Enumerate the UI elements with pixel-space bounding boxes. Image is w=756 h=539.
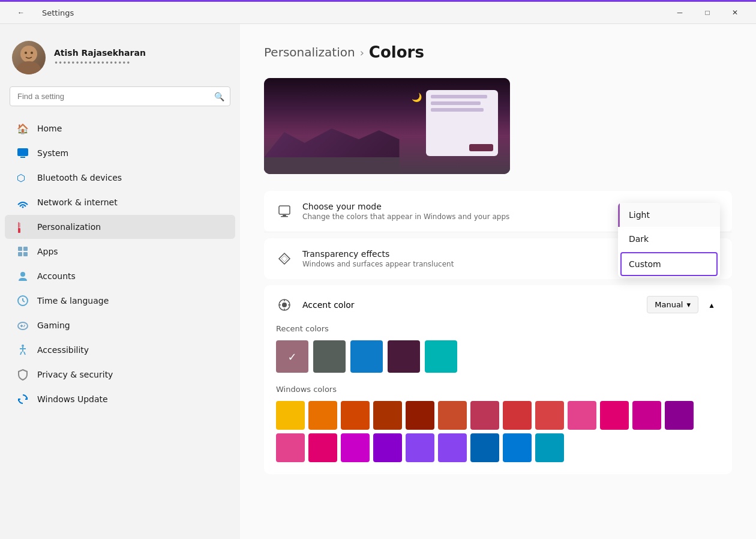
svg-line-27: [20, 352, 22, 355]
win-color-r6[interactable]: [470, 433, 499, 462]
recent-color-0[interactable]: [276, 340, 308, 373]
accounts-icon: [17, 270, 29, 282]
sidebar-item-bluetooth[interactable]: ⬡ Bluetooth & devices: [5, 166, 235, 190]
breadcrumb-current: Colors: [369, 43, 424, 61]
win-color-r0[interactable]: [276, 433, 305, 462]
time-icon: [17, 295, 29, 307]
sidebar-label-accessibility: Accessibility: [37, 345, 89, 355]
win-color-5[interactable]: [438, 401, 467, 430]
search-input[interactable]: [10, 86, 230, 106]
preview-line-3: [431, 108, 484, 112]
win-color-11[interactable]: [632, 401, 661, 430]
win-color-r8[interactable]: [535, 433, 564, 462]
sidebar-item-home[interactable]: 🏠 Home: [5, 116, 235, 140]
dropdown-item-dark[interactable]: Dark: [618, 227, 720, 251]
recent-color-1[interactable]: [313, 340, 346, 373]
sidebar-label-time: Time & language: [37, 296, 109, 306]
svg-text:⬡: ⬡: [17, 172, 25, 184]
system-icon: [17, 147, 29, 159]
dark-option-label: Dark: [629, 234, 649, 244]
svg-rect-14: [23, 252, 28, 256]
accent-card: Accent color Manual ▾ ▴ Recent colors: [264, 285, 732, 474]
win-color-r4[interactable]: [406, 433, 434, 462]
win-color-r3[interactable]: [373, 433, 402, 462]
preview-mountains: [264, 121, 400, 157]
chevron-up-icon: ▴: [709, 300, 713, 310]
win-color-4[interactable]: [406, 401, 434, 430]
win-color-9[interactable]: [568, 401, 596, 430]
sidebar-item-time[interactable]: Time & language: [5, 289, 235, 313]
accent-collapse-button[interactable]: ▴: [703, 297, 720, 313]
dropdown-item-custom[interactable]: Custom: [620, 252, 718, 276]
maximize-button[interactable]: □: [694, 1, 721, 25]
win-color-1[interactable]: [308, 401, 337, 430]
minimize-button[interactable]: ─: [666, 1, 694, 25]
recent-color-3[interactable]: [388, 340, 420, 373]
light-option-label: Light: [629, 210, 650, 220]
preview-window: [426, 90, 498, 156]
svg-rect-31: [281, 216, 288, 217]
close-button[interactable]: ✕: [721, 1, 749, 25]
win-color-6[interactable]: [470, 401, 499, 430]
mode-dropdown-menu: Light Dark Custom: [618, 203, 720, 277]
svg-line-18: [23, 301, 25, 302]
sidebar-item-gaming[interactable]: Gaming: [5, 313, 235, 337]
sidebar-label-bluetooth: Bluetooth & devices: [37, 173, 122, 182]
user-info: Atish Rajasekharan ••••••••••••••••••: [54, 48, 146, 67]
accent-icon: [276, 297, 293, 313]
win-color-7[interactable]: [503, 401, 532, 430]
svg-point-2: [25, 52, 27, 54]
svg-point-7: [22, 206, 24, 208]
theme-preview: 🌙: [264, 78, 510, 174]
main-content: Personalization › Colors 🌙: [240, 24, 756, 539]
search-box[interactable]: 🔍: [10, 86, 230, 106]
sidebar-item-accounts[interactable]: Accounts: [5, 264, 235, 288]
sidebar-item-network[interactable]: Network & internet: [5, 190, 235, 214]
sidebar-label-gaming: Gaming: [37, 321, 70, 330]
sidebar-label-apps: Apps: [37, 247, 58, 256]
win-color-r7[interactable]: [503, 433, 532, 462]
win-color-0[interactable]: [276, 401, 305, 430]
breadcrumb-parent: Personalization: [264, 45, 355, 59]
win-color-3[interactable]: [373, 401, 402, 430]
preview-ground: [264, 157, 400, 174]
svg-line-28: [24, 352, 25, 355]
accent-body: Recent colors Windows colors: [264, 324, 732, 474]
recent-colors-label: Recent colors: [276, 324, 720, 333]
recent-color-4[interactable]: [425, 340, 457, 373]
sidebar-item-update[interactable]: Windows Update: [5, 387, 235, 411]
accent-mode-dropdown[interactable]: Manual ▾: [647, 296, 698, 313]
preview-button: [469, 144, 493, 151]
win-color-2[interactable]: [341, 401, 370, 430]
app-title: Settings: [42, 8, 74, 17]
win-color-8[interactable]: [535, 401, 564, 430]
accent-header: Accent color Manual ▾ ▴: [264, 285, 732, 324]
sidebar-item-accessibility[interactable]: Accessibility: [5, 338, 235, 362]
win-color-r5[interactable]: [438, 433, 467, 462]
bluetooth-icon: ⬡: [17, 172, 29, 184]
accent-controls: Manual ▾ ▴: [647, 296, 720, 313]
back-button[interactable]: ←: [7, 1, 35, 25]
personalization-icon: [17, 221, 29, 233]
recent-color-2[interactable]: [350, 340, 383, 373]
win-color-r2[interactable]: [341, 433, 370, 462]
search-icon: 🔍: [214, 92, 224, 101]
win-color-10[interactable]: [600, 401, 629, 430]
sidebar-item-apps[interactable]: Apps: [5, 239, 235, 263]
sidebar-label-home: Home: [37, 124, 62, 133]
breadcrumb: Personalization › Colors: [264, 43, 732, 61]
svg-rect-29: [279, 206, 290, 214]
dropdown-item-light[interactable]: Light: [618, 203, 720, 227]
svg-point-0: [20, 46, 37, 62]
sidebar-item-privacy[interactable]: Privacy & security: [5, 363, 235, 387]
sidebar-label-personalization: Personalization: [37, 222, 101, 232]
sidebar-item-system[interactable]: System: [5, 141, 235, 165]
win-color-r1[interactable]: [308, 433, 337, 462]
sidebar-label-privacy: Privacy & security: [37, 370, 113, 379]
chevron-down-icon: ▾: [686, 300, 691, 309]
svg-point-33: [282, 303, 287, 307]
win-color-12[interactable]: [665, 401, 694, 430]
sidebar-item-personalization[interactable]: Personalization: [5, 215, 235, 239]
svg-rect-30: [283, 215, 286, 216]
preview-line-1: [431, 95, 487, 98]
